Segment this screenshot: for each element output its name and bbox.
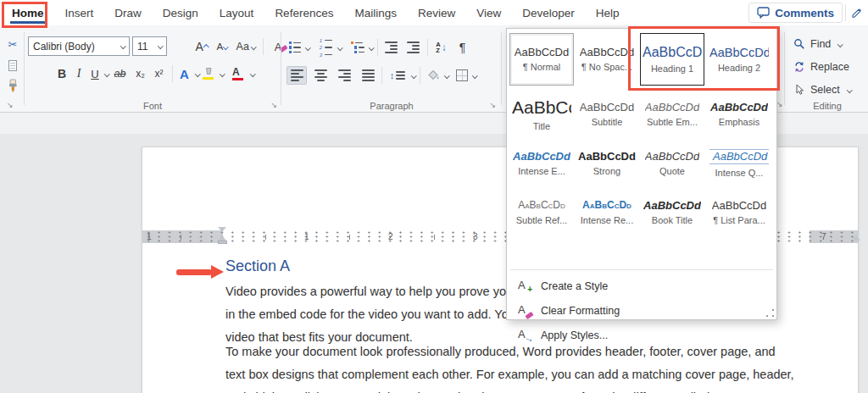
paragraph-dialog-launcher[interactable]: ↘ xyxy=(489,102,496,109)
cut-button[interactable]: ✂ xyxy=(5,36,20,52)
style-label: Strong xyxy=(593,166,620,176)
clipboard-dialog-launcher[interactable]: ↘ xyxy=(7,102,14,109)
change-case-letters: Aa xyxy=(236,41,249,53)
underline-button[interactable]: U xyxy=(87,68,103,80)
decrease-indent-button[interactable] xyxy=(381,42,402,53)
annotation-arrow xyxy=(176,265,224,279)
style-label: Subtle Em... xyxy=(647,117,698,127)
font-dialog-launcher[interactable]: ↘ xyxy=(270,102,277,109)
first-line-indent-marker[interactable] xyxy=(218,227,226,232)
bullets-chevron-icon[interactable] xyxy=(305,45,310,50)
style-intense-reference[interactable]: AaBbCcDd Intense Re... xyxy=(575,189,639,236)
grow-font-button[interactable]: A xyxy=(192,40,212,53)
font-row2-buttons: B I U ab x₂ x² A A xyxy=(53,63,254,85)
tab-draw[interactable]: Draw xyxy=(113,2,143,25)
paste-button[interactable] xyxy=(5,58,20,73)
right-indent-marker[interactable] xyxy=(852,235,860,241)
font-name-combobox[interactable]: Calibri (Body) xyxy=(28,36,130,56)
font-group: Calibri (Body) 11 A A Aa A B I U ab x₂ x… xyxy=(25,25,281,113)
sort-button[interactable]: AZ ↓ xyxy=(431,42,452,54)
style-subtitle[interactable]: AaBbCcDd Subtitle xyxy=(575,91,639,138)
chevron-up-icon xyxy=(203,44,209,49)
style-strong[interactable]: AaBbCcDd Strong xyxy=(575,140,639,187)
find-button[interactable]: Find xyxy=(793,36,843,53)
resize-grip[interactable] xyxy=(766,309,774,317)
select-button[interactable]: Select xyxy=(793,81,851,98)
align-left-button[interactable] xyxy=(287,66,307,85)
style-sample: AaBbCcDd xyxy=(645,151,699,163)
tab-view[interactable]: View xyxy=(475,2,503,25)
replace-button[interactable]: Replace xyxy=(793,58,849,75)
highlight-chevron-icon[interactable] xyxy=(220,71,225,76)
font-color-button[interactable]: A xyxy=(228,67,248,80)
style-emphasis[interactable]: AaBbCcDd Emphasis xyxy=(707,91,771,138)
editing-group-label: Editing xyxy=(785,101,868,111)
font-color-chevron-icon[interactable] xyxy=(250,71,255,76)
align-center-button[interactable] xyxy=(310,69,331,81)
tab-references[interactable]: References xyxy=(273,2,335,25)
styles-dialog-launcher[interactable]: ↘ xyxy=(776,101,783,108)
style-intense-emphasis[interactable]: AaBbCcDd Intense E... xyxy=(509,140,574,187)
paragraph-group: 1 2 3 xyxy=(283,25,501,113)
style-intense-quote[interactable]: AaBbCcDd Intense Q... xyxy=(707,140,771,187)
format-painter-button[interactable] xyxy=(5,78,20,93)
clear-formatting-menuitem[interactable]: A Clear Formatting xyxy=(507,298,776,323)
create-a-style-menuitem[interactable]: A+ Create a Style xyxy=(507,274,776,298)
numbering-button[interactable]: 1 2 3 xyxy=(317,38,336,58)
tab-review[interactable]: Review xyxy=(416,2,457,25)
align-left-icon xyxy=(291,69,303,81)
change-case-button[interactable]: Aa xyxy=(232,41,259,53)
tab-developer[interactable]: Developer xyxy=(520,2,576,25)
text-effects-button[interactable]: A xyxy=(176,67,193,81)
italic-button[interactable]: I xyxy=(70,67,87,80)
font-size-value: 11 xyxy=(137,41,147,53)
increase-indent-icon xyxy=(407,42,420,53)
font-size-combobox[interactable]: 11 xyxy=(132,36,167,56)
show-hide-pilcrow-button[interactable]: ¶ xyxy=(453,41,472,54)
style-quote[interactable]: AaBbCcDd Quote xyxy=(640,140,704,187)
highlight-color-button[interactable] xyxy=(199,68,218,80)
borders-chevron-icon[interactable] xyxy=(472,73,477,78)
style-subtle-emphasis[interactable]: AaBbCcDd Subtle Em... xyxy=(640,91,704,138)
left-indent-marker[interactable] xyxy=(218,241,227,244)
style-normal[interactable]: AaBbCcDd ¶ Normal xyxy=(509,33,574,86)
subscript-button[interactable]: x₂ xyxy=(131,68,150,80)
font-color-icon: A xyxy=(232,67,243,80)
apply-styles-label: Apply Styles... xyxy=(541,329,608,341)
arrow-shaft xyxy=(176,269,212,275)
style-list-paragraph[interactable]: AaBbCcDd ¶ List Para... xyxy=(707,189,771,236)
editing-mode-pencil-button[interactable] xyxy=(848,3,865,22)
group-divider xyxy=(24,32,25,105)
align-right-button[interactable] xyxy=(334,69,354,81)
multilevel-chevron-icon[interactable] xyxy=(369,45,374,50)
tab-design[interactable]: Design xyxy=(161,2,200,25)
superscript-button[interactable]: x² xyxy=(150,68,169,80)
tab-layout[interactable]: Layout xyxy=(218,2,256,25)
shading-button[interactable] xyxy=(424,69,442,81)
style-book-title[interactable]: AaBbCcDd Book Title xyxy=(640,189,704,236)
borders-button[interactable] xyxy=(453,69,470,81)
style-subtle-reference[interactable]: AaBbCcDd Subtle Ref... xyxy=(509,189,574,236)
apply-styles-icon: A→ xyxy=(517,328,532,343)
tab-insert[interactable]: Insert xyxy=(64,2,96,25)
increase-indent-button[interactable] xyxy=(403,42,424,53)
editing-group: Find Replace Select Editing xyxy=(787,25,868,113)
line-spacing-button[interactable]: ↕ xyxy=(386,70,409,80)
strikethrough-button[interactable]: ab xyxy=(109,68,131,80)
numbering-chevron-icon[interactable] xyxy=(337,45,342,50)
style-title[interactable]: AaBbCcDd Title xyxy=(509,91,574,138)
apply-styles-menuitem[interactable]: A→ Apply Styles... xyxy=(507,323,776,347)
bullets-button[interactable] xyxy=(287,42,303,54)
annotation-box-home-tab xyxy=(2,2,47,28)
bold-button[interactable]: B xyxy=(53,67,70,80)
comments-button[interactable]: Comments xyxy=(748,3,843,23)
tab-mailings[interactable]: Mailings xyxy=(353,2,398,25)
button-divider xyxy=(172,65,173,82)
justify-button[interactable] xyxy=(358,69,378,81)
multilevel-list-button[interactable] xyxy=(348,42,367,54)
shrink-font-button[interactable]: A xyxy=(212,42,232,52)
line-spacing-chevron-icon[interactable] xyxy=(411,73,416,78)
shading-chevron-icon[interactable] xyxy=(444,73,449,78)
style-label: Emphasis xyxy=(719,117,760,127)
tab-help[interactable]: Help xyxy=(594,2,621,25)
